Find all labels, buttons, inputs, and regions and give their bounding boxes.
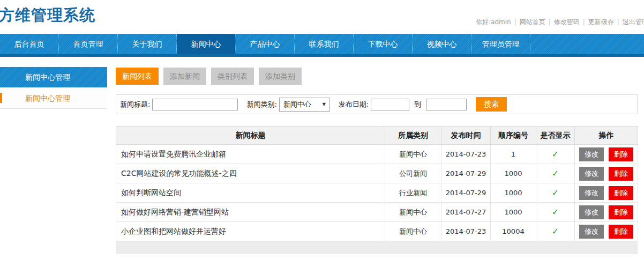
nav-bottom-strip — [0, 54, 644, 57]
news-category-label: 新闻类别: — [246, 100, 276, 109]
sidebar: 新闻中心管理 新闻中心管理 — [0, 67, 107, 109]
edit-button[interactable]: 修改 — [579, 147, 604, 161]
nav-item-视频中心[interactable]: 视频中心 — [413, 34, 471, 54]
column-header-所属类别: 所属类别 — [385, 127, 441, 145]
tab-添加新闻[interactable]: 添加新闻 — [163, 68, 206, 85]
news-title-cell: 如何判断网站空间 — [116, 183, 385, 203]
user-greeting: 你好:admin — [476, 18, 511, 26]
tab-添加类别[interactable]: 添加类别 — [259, 68, 302, 85]
table-footer-bar — [116, 241, 638, 254]
table-row: 如何做好网络营销-建营销型网站新闻中心2014-07-271000✓修改删除 — [116, 203, 638, 222]
edit-button[interactable]: 修改 — [579, 186, 604, 200]
news-title-cell: 如何做好网络营销-建营销型网站 — [116, 203, 385, 222]
nav-item-管理员管理[interactable]: 管理员管理 — [471, 34, 530, 54]
actions-cell: 修改删除 — [575, 145, 638, 164]
tab-新闻列表[interactable]: 新闻列表 — [116, 68, 159, 85]
nav-item-首页管理[interactable]: 首页管理 — [59, 34, 118, 54]
check-icon: ✓ — [552, 226, 559, 236]
active-indicator-bar — [0, 93, 2, 103]
category-cell: 新闻中心 — [385, 222, 441, 241]
visible-cell: ✓ — [536, 203, 575, 222]
edit-button[interactable]: 修改 — [579, 205, 604, 219]
userbar-separator: | — [514, 18, 516, 26]
visible-cell: ✓ — [536, 145, 575, 164]
delete-button[interactable]: 删除 — [609, 167, 633, 181]
check-icon: ✓ — [552, 207, 559, 217]
visible-cell: ✓ — [536, 164, 575, 183]
order-number-cell: 1000 — [491, 203, 536, 222]
delete-button[interactable]: 删除 — [609, 225, 633, 239]
column-header-是否显示: 是否显示 — [536, 127, 575, 145]
delete-button[interactable]: 删除 — [609, 147, 633, 161]
table-row: 如何判断网站空间行业新闻2014-07-291000✓修改删除 — [116, 183, 638, 203]
userbar-link-修改密码[interactable]: 修改密码 — [554, 18, 580, 26]
userbar-link-网站首页[interactable]: 网站首页 — [520, 18, 545, 26]
userbar-link-退出管理[interactable]: 退出管理 — [623, 18, 644, 26]
visible-cell: ✓ — [536, 222, 575, 241]
order-number-cell: 1000 — [491, 183, 536, 203]
visible-cell: ✓ — [536, 183, 575, 203]
order-number-cell: 1 — [491, 145, 536, 164]
date-to-input[interactable] — [426, 99, 467, 110]
sidebar-header: 新闻中心管理 — [0, 67, 107, 87]
edit-button[interactable]: 修改 — [579, 225, 604, 239]
page: { "app": { "title": "方维管理系统" }, "userbar… — [0, 0, 644, 259]
check-icon: ✓ — [552, 149, 559, 159]
sidebar-item-label: 新闻中心管理 — [25, 94, 70, 102]
app-title: 方维管理系统 — [0, 5, 95, 26]
news-title-cell: 如何申请设置免费腾讯企业邮箱 — [116, 145, 385, 164]
table-row: 如何申请设置免费腾讯企业邮箱新闻中心2014-07-231✓修改删除 — [116, 145, 638, 164]
news-title-cell: C2C网站建设的常见功能概述-之四 — [116, 164, 385, 183]
news-table: 新闻标题所属类别发布时间顺序编号是否显示操作 如何申请设置免费腾讯企业邮箱新闻中… — [116, 126, 638, 241]
nav-item-新闻中心[interactable]: 新闻中心 — [177, 34, 236, 54]
page-header: 方维管理系统 你好:admin|网站首页|修改密码|更新缓存|退出管理 — [0, 0, 644, 34]
actions-cell: 修改删除 — [575, 203, 638, 222]
category-cell: 行业新闻 — [385, 183, 441, 203]
table-header: 新闻标题所属类别发布时间顺序编号是否显示操作 — [116, 127, 638, 145]
userbar-separator: | — [583, 18, 585, 26]
publish-date-cell: 2014-07-23 — [441, 145, 491, 164]
tab-bar: 新闻列表添加新闻类别列表添加类别 — [116, 68, 638, 85]
column-header-发布时间: 发布时间 — [441, 127, 491, 145]
userbar-separator: | — [617, 18, 619, 26]
table-header-row: 新闻标题所属类别发布时间顺序编号是否显示操作 — [116, 127, 638, 145]
tab-类别列表[interactable]: 类别列表 — [211, 68, 254, 85]
nav-item-关于我们[interactable]: 关于我们 — [118, 34, 177, 54]
userbar-separator: | — [549, 18, 551, 26]
search-button[interactable]: 搜索 — [476, 97, 507, 112]
order-number-cell: 1000 — [491, 164, 536, 183]
table-row: C2C网站建设的常见功能概述-之四公司新闻2014-07-291000✓修改删除 — [116, 164, 638, 183]
sidebar-item-news-center[interactable]: 新闻中心管理 — [0, 87, 107, 109]
table-body: 如何申请设置免费腾讯企业邮箱新闻中心2014-07-231✓修改删除C2C网站建… — [116, 145, 638, 241]
nav-item-下载中心[interactable]: 下载中心 — [354, 34, 413, 54]
category-select-value: 新闻中心 — [283, 100, 311, 109]
publish-date-cell: 2014-07-23 — [441, 222, 491, 241]
publish-date-cell: 2014-07-29 — [441, 164, 491, 183]
edit-button[interactable]: 修改 — [579, 167, 604, 181]
search-panel: 新闻标题: 新闻类别: 新闻中心 ▼ 发布日期: 到 搜索 — [116, 94, 638, 114]
nav-item-产品中心[interactable]: 产品中心 — [236, 34, 295, 54]
order-number-cell: 10004 — [491, 222, 536, 241]
news-title-label: 新闻标题: — [120, 100, 150, 109]
category-cell: 新闻中心 — [385, 145, 441, 164]
check-icon: ✓ — [552, 168, 559, 179]
nav-item-后台首页[interactable]: 后台首页 — [0, 34, 59, 54]
check-icon: ✓ — [552, 188, 559, 198]
news-title-input[interactable] — [152, 99, 238, 110]
actions-cell: 修改删除 — [575, 183, 638, 203]
publish-date-label: 发布日期: — [339, 100, 369, 109]
date-from-input[interactable] — [371, 99, 409, 110]
column-header-新闻标题: 新闻标题 — [116, 127, 385, 145]
user-links: 你好:admin|网站首页|修改密码|更新缓存|退出管理 — [476, 18, 644, 27]
userbar-link-更新缓存[interactable]: 更新缓存 — [588, 18, 614, 26]
category-cell: 公司新闻 — [385, 164, 441, 183]
delete-button[interactable]: 删除 — [609, 205, 633, 219]
main-content: 新闻列表添加新闻类别列表添加类别 新闻标题: 新闻类别: 新闻中心 ▼ 发布日期… — [116, 68, 638, 254]
actions-cell: 修改删除 — [575, 222, 638, 241]
column-header-顺序编号: 顺序编号 — [491, 127, 536, 145]
nav-item-联系我们[interactable]: 联系我们 — [295, 34, 354, 54]
date-to-label: 到 — [414, 100, 421, 109]
delete-button[interactable]: 删除 — [609, 186, 633, 200]
category-select[interactable]: 新闻中心 ▼ — [279, 98, 330, 112]
publish-date-cell: 2014-07-29 — [441, 183, 491, 203]
